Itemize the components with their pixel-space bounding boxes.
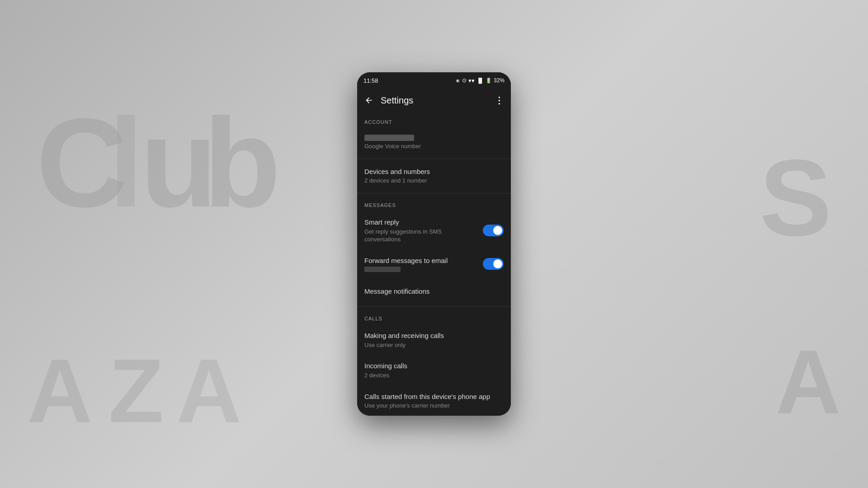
wifi-icon: ▾▾ — [468, 77, 475, 84]
google-voice-subtitle: Google Voice number — [364, 143, 498, 150]
forward-email-toggle[interactable] — [483, 258, 504, 270]
battery-percent: 32% — [494, 77, 505, 84]
setting-item-google-voice[interactable]: Google Voice number — [357, 128, 511, 157]
phone-frame: 11:58 ∗ ⊙ ▾▾ ▐▌ 🔋 32% Setti — [357, 72, 511, 416]
smart-reply-subtitle: Get reply suggestions in SMS conversatio… — [364, 228, 477, 244]
setting-item-devices-numbers[interactable]: Devices and numbers 2 devices and 1 numb… — [357, 161, 511, 191]
setting-item-message-notifications[interactable]: Message notifications — [357, 278, 511, 305]
divider-2 — [357, 193, 511, 193]
setting-item-making-calls[interactable]: Making and receiving calls Use carrier o… — [357, 325, 511, 355]
section-header-account: ACCOUNT — [357, 112, 511, 128]
forward-email-title: Forward messages to email — [364, 256, 477, 265]
status-bar: 11:58 ∗ ⊙ ▾▾ ▐▌ 🔋 32% — [357, 72, 511, 89]
making-calls-title: Making and receiving calls — [364, 331, 498, 340]
toggle-thumb-2 — [493, 259, 502, 268]
section-header-calls: CALLS — [357, 309, 511, 325]
setting-item-forward-email[interactable]: Forward messages to email — [357, 250, 511, 279]
devices-numbers-title: Devices and numbers — [364, 167, 498, 176]
message-notifications-title: Message notifications — [364, 287, 498, 296]
back-arrow-icon — [364, 96, 373, 105]
setting-item-calls-phone-app[interactable]: Calls started from this device's phone a… — [357, 386, 511, 416]
status-time: 11:58 — [363, 77, 378, 84]
devices-numbers-subtitle: 2 devices and 1 number — [364, 177, 498, 185]
incoming-calls-title: Incoming calls — [364, 361, 498, 371]
making-calls-subtitle: Use carrier only — [364, 342, 498, 349]
divider-3 — [357, 306, 511, 307]
settings-content: ACCOUNT Google Voice number Devices and … — [357, 112, 511, 416]
incoming-calls-subtitle: 2 devices — [364, 372, 498, 380]
calls-phone-app-subtitle: Use your phone's carrier number — [364, 402, 498, 410]
smart-reply-toggle[interactable] — [483, 225, 504, 236]
smart-reply-title: Smart reply — [364, 218, 477, 227]
setting-item-incoming-calls[interactable]: Incoming calls 2 devices — [357, 355, 511, 385]
back-button[interactable] — [361, 92, 377, 108]
app-bar: Settings ⋮ — [357, 89, 511, 112]
calls-phone-app-title: Calls started from this device's phone a… — [364, 392, 498, 401]
section-header-messages: MESSAGES — [357, 195, 511, 211]
toggle-thumb — [493, 226, 502, 235]
forward-email-blurred-line — [364, 267, 401, 272]
signal-icon: ▐▌ — [476, 78, 484, 83]
battery-icon: 🔋 — [486, 78, 492, 84]
more-options-button[interactable]: ⋮ — [491, 92, 507, 108]
bluetooth-icon: ∗ — [455, 77, 460, 84]
circle-icon: ⊙ — [462, 77, 467, 84]
divider-1 — [357, 159, 511, 159]
status-icons: ∗ ⊙ ▾▾ ▐▌ 🔋 32% — [455, 77, 505, 84]
page-title: Settings — [381, 95, 487, 106]
blurred-number — [364, 135, 414, 141]
setting-item-smart-reply[interactable]: Smart reply Get reply suggestions in SMS… — [357, 211, 511, 249]
